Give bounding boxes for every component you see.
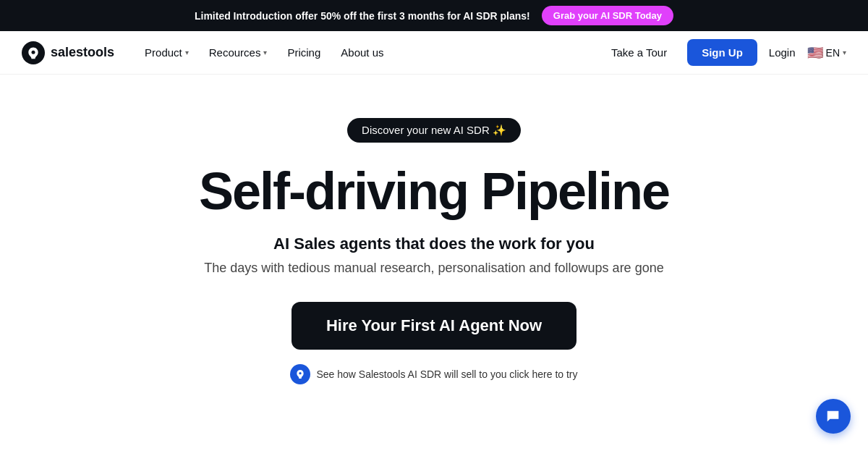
take-tour-button[interactable]: Take a Tour	[603, 42, 676, 63]
banner-cta-button[interactable]: Grab your AI SDR Today	[542, 6, 673, 25]
nav-item-product[interactable]: Product ▾	[136, 42, 197, 63]
logo-icon	[22, 41, 45, 64]
hero-subtitle-bold: AI Sales agents that does the work for y…	[273, 235, 595, 253]
svg-point-0	[32, 50, 35, 54]
nav-links: Product ▾ Recources ▾ Pricing About us	[136, 42, 392, 63]
language-selector[interactable]: 🇺🇸 EN ▾	[807, 45, 846, 61]
hire-cta-button[interactable]: Hire Your First AI Agent Now	[292, 302, 576, 350]
signup-button[interactable]: Sign Up	[687, 39, 757, 66]
recources-chevron-icon: ▾	[263, 49, 267, 56]
demo-link[interactable]: See how Salestools AI SDR will sell to y…	[290, 364, 577, 384]
nav-item-recources[interactable]: Recources ▾	[200, 42, 276, 63]
banner-text: Limited Introduction offer 50% off the f…	[195, 10, 530, 22]
hero-badge: Discover your new AI SDR ✨	[347, 118, 521, 143]
nav-item-pricing[interactable]: Pricing	[278, 42, 329, 63]
navbar: salestools Product ▾ Recources ▾ Pricing…	[0, 31, 868, 75]
hero-section: Discover your new AI SDR ✨ Self-driving …	[0, 75, 868, 413]
chat-bubble-button[interactable]	[816, 399, 851, 434]
login-button[interactable]: Login	[769, 46, 796, 59]
logo-text: salestools	[51, 45, 114, 60]
top-banner: Limited Introduction offer 50% off the f…	[0, 0, 868, 31]
lang-code: EN	[826, 47, 840, 59]
nav-item-about[interactable]: About us	[332, 42, 392, 63]
nav-left: salestools Product ▾ Recources ▾ Pricing…	[22, 41, 393, 64]
lang-chevron-icon: ▾	[843, 49, 846, 56]
logo[interactable]: salestools	[22, 41, 114, 64]
hero-title: Self-driving Pipeline	[199, 163, 669, 220]
product-chevron-icon: ▾	[185, 49, 189, 56]
flag-icon: 🇺🇸	[807, 45, 823, 61]
nav-right: Take a Tour Sign Up Login 🇺🇸 EN ▾	[603, 39, 846, 66]
demo-text: See how Salestools AI SDR will sell to y…	[316, 368, 577, 380]
salestools-demo-icon	[290, 364, 310, 384]
hero-subtitle: The days with tedious manual research, p…	[204, 261, 663, 276]
svg-point-1	[299, 372, 302, 374]
chat-icon	[825, 408, 841, 424]
